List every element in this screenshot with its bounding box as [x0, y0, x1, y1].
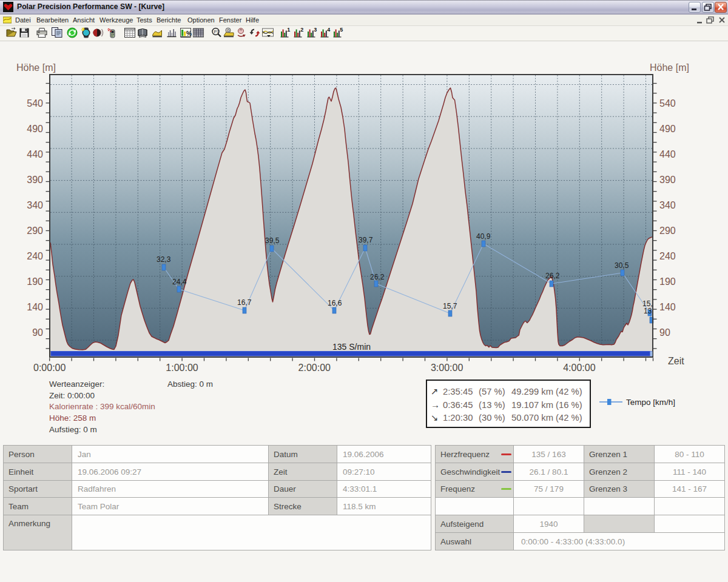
- svg-text:Abstieg: 0 m: Abstieg: 0 m: [167, 380, 213, 389]
- svg-text:Aufstieg: 0 m: Aufstieg: 0 m: [49, 425, 97, 434]
- svg-text:290: 290: [659, 226, 676, 236]
- svg-text:(57 %): (57 %): [479, 387, 505, 396]
- svg-text:26,2: 26,2: [545, 272, 560, 280]
- svg-text:(42 %): (42 %): [556, 387, 582, 396]
- svg-text:13: 13: [644, 307, 652, 315]
- svg-text:26,2: 26,2: [370, 273, 385, 281]
- svg-text:40,9: 40,9: [476, 232, 491, 241]
- svg-text:Höhe: 258 m: Höhe: 258 m: [49, 413, 96, 423]
- svg-text:Tempo [km/h]: Tempo [km/h]: [626, 398, 675, 407]
- svg-text:135 S/min: 135 S/min: [332, 342, 371, 352]
- svg-text:240: 240: [27, 251, 43, 261]
- svg-text:490: 490: [659, 124, 676, 134]
- svg-text:49.299 km: 49.299 km: [511, 387, 553, 396]
- svg-text:Höhe [m]: Höhe [m]: [16, 62, 56, 73]
- svg-text:19.107 km: 19.107 km: [511, 400, 553, 410]
- svg-text:1:20:30: 1:20:30: [443, 413, 473, 423]
- svg-text:340: 340: [27, 200, 43, 210]
- svg-text:(30 %): (30 %): [479, 413, 505, 423]
- svg-text:(42 %): (42 %): [556, 413, 582, 423]
- svg-text:39,5: 39,5: [265, 236, 280, 245]
- svg-text:390: 390: [659, 175, 676, 185]
- svg-text:190: 190: [27, 276, 43, 287]
- svg-text:90: 90: [659, 327, 670, 338]
- svg-text:1:00:00: 1:00:00: [166, 363, 198, 373]
- svg-text:140: 140: [659, 302, 676, 312]
- svg-text:Werteanzeiger:: Werteanzeiger:: [49, 380, 104, 389]
- svg-text:190: 190: [659, 276, 676, 287]
- svg-text:Zeit: Zeit: [668, 356, 684, 366]
- svg-text:490: 490: [27, 124, 43, 134]
- svg-text:2:35:45: 2:35:45: [443, 387, 473, 396]
- svg-text:16,7: 16,7: [237, 298, 252, 307]
- svg-text:90: 90: [32, 327, 43, 338]
- svg-text:540: 540: [27, 98, 43, 109]
- svg-text:Höhe [m]: Höhe [m]: [650, 62, 689, 73]
- svg-text:15,7: 15,7: [443, 302, 457, 310]
- svg-text:↘: ↘: [431, 412, 439, 423]
- svg-text:39,7: 39,7: [359, 236, 373, 244]
- svg-text:340: 340: [659, 200, 676, 210]
- svg-text:Zeit: 0:00:00: Zeit: 0:00:00: [49, 391, 95, 400]
- svg-text:540: 540: [659, 98, 676, 109]
- svg-text:440: 440: [27, 149, 43, 159]
- svg-text:30,5: 30,5: [615, 261, 629, 270]
- svg-text:140: 140: [27, 302, 43, 312]
- svg-text:↗: ↗: [431, 386, 439, 396]
- svg-text:16,6: 16,6: [328, 299, 342, 307]
- svg-text:(13 %): (13 %): [479, 400, 505, 410]
- svg-text:3:00:00: 3:00:00: [431, 363, 463, 373]
- svg-text:→: →: [431, 400, 440, 410]
- svg-text:2:00:00: 2:00:00: [298, 363, 331, 373]
- svg-text:32,3: 32,3: [157, 255, 171, 264]
- svg-text:390: 390: [27, 175, 43, 185]
- svg-text:Kalorienrate : 399 kcal/60min: Kalorienrate : 399 kcal/60min: [49, 402, 155, 411]
- svg-text:240: 240: [659, 251, 676, 261]
- svg-text:4:00:00: 4:00:00: [563, 363, 595, 373]
- svg-text:(16 %): (16 %): [556, 400, 582, 410]
- svg-text:24,4: 24,4: [172, 278, 187, 286]
- svg-text:440: 440: [659, 149, 676, 159]
- svg-text:0:00:00: 0:00:00: [33, 363, 66, 373]
- svg-text:0:36:45: 0:36:45: [443, 400, 473, 410]
- svg-text:290: 290: [27, 226, 43, 236]
- svg-text:50.070 km: 50.070 km: [511, 413, 553, 423]
